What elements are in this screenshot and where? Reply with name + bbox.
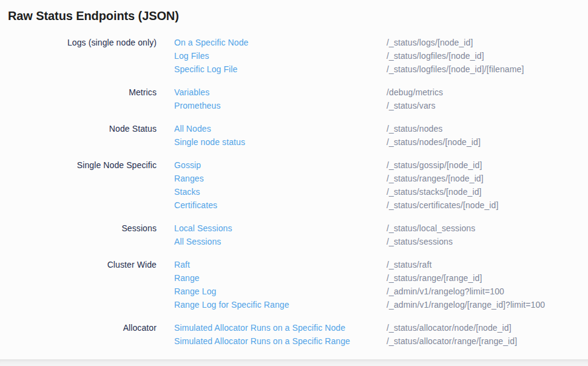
- endpoint-link[interactable]: Gossip: [174, 158, 387, 172]
- endpoint-link[interactable]: Certificates: [174, 198, 387, 212]
- group-rows: Variables /debug/metrics Prometheus /_st…: [174, 86, 588, 112]
- endpoint-row: Local Sessions /_status/local_sessions: [174, 222, 588, 235]
- endpoint-row: Specific Log File /_status/logfiles/[nod…: [174, 63, 588, 76]
- endpoint-link[interactable]: Range: [174, 271, 387, 285]
- category-label: Node Status: [0, 122, 157, 149]
- category-label: Allocator: [0, 321, 157, 348]
- endpoint-group: Single Node Specific Gossip /_status/gos…: [0, 158, 588, 212]
- group-rows: All Nodes /_status/nodes Single node sta…: [174, 122, 588, 149]
- page-title: Raw Status Endpoints (JSON): [8, 7, 588, 24]
- endpoint-row: Simulated Allocator Runs on a Specific R…: [174, 334, 588, 348]
- endpoint-row: Variables /debug/metrics: [174, 86, 588, 99]
- endpoint-link[interactable]: Local Sessions: [174, 222, 387, 235]
- endpoint-row: Simulated Allocator Runs on a Specific N…: [174, 321, 588, 334]
- footer-strip: [0, 359, 588, 366]
- endpoint-path: /_status/range/[range_id]: [387, 271, 482, 285]
- endpoint-path: /debug/metrics: [387, 86, 443, 99]
- endpoint-group: Allocator Simulated Allocator Runs on a …: [0, 321, 588, 348]
- category-label: Sessions: [0, 222, 157, 248]
- endpoint-row: All Nodes /_status/nodes: [174, 122, 588, 135]
- endpoint-link[interactable]: Prometheus: [174, 99, 387, 112]
- endpoint-group: Cluster Wide Raft /_status/raft Range /_…: [0, 258, 588, 311]
- category-label: Metrics: [0, 86, 157, 112]
- endpoint-link[interactable]: Simulated Allocator Runs on a Specific N…: [174, 321, 387, 334]
- endpoint-path: /_status/gossip/[node_id]: [387, 158, 482, 172]
- endpoint-row: Log Files /_status/logfiles/[node_id]: [174, 49, 588, 63]
- endpoint-path: /_status/logs/[node_id]: [387, 36, 473, 49]
- endpoint-path: /_admin/v1/rangelog/[range_id]?limit=100: [387, 298, 545, 311]
- endpoint-path: /_status/local_sessions: [387, 222, 475, 235]
- endpoint-path: /_status/allocator/range/[range_id]: [387, 334, 517, 348]
- endpoint-link[interactable]: Simulated Allocator Runs on a Specific R…: [174, 334, 387, 348]
- group-rows: On a Specific Node /_status/logs/[node_i…: [174, 36, 588, 76]
- group-rows: Local Sessions /_status/local_sessions A…: [174, 222, 588, 248]
- raw-status-endpoints-page: Raw Status Endpoints (JSON) Logs (single…: [0, 7, 588, 366]
- endpoint-groups: Logs (single node only) On a Specific No…: [0, 36, 588, 348]
- endpoint-link[interactable]: On a Specific Node: [174, 36, 387, 49]
- endpoint-group: Node Status All Nodes /_status/nodes Sin…: [0, 122, 588, 149]
- endpoint-path: /_status/nodes/[node_id]: [387, 135, 481, 149]
- endpoint-path: /_status/raft: [387, 258, 431, 271]
- endpoint-row: All Sessions /_status/sessions: [174, 235, 588, 248]
- endpoint-link[interactable]: Raft: [174, 258, 387, 271]
- endpoint-row: Certificates /_status/certificates/[node…: [174, 198, 588, 212]
- category-label: Logs (single node only): [0, 36, 157, 76]
- endpoint-group: Sessions Local Sessions /_status/local_s…: [0, 222, 588, 248]
- endpoint-link[interactable]: Stacks: [174, 185, 387, 198]
- endpoint-link[interactable]: Log Files: [174, 49, 387, 63]
- endpoint-link[interactable]: All Nodes: [174, 122, 387, 135]
- endpoint-path: /_status/sessions: [387, 235, 453, 248]
- endpoint-path: /_status/logfiles/[node_id]/[filename]: [387, 63, 524, 76]
- endpoint-row: Gossip /_status/gossip/[node_id]: [174, 158, 588, 172]
- endpoint-link[interactable]: Specific Log File: [174, 63, 387, 76]
- group-rows: Simulated Allocator Runs on a Specific N…: [174, 321, 588, 348]
- category-label: Single Node Specific: [0, 158, 157, 212]
- endpoint-row: On a Specific Node /_status/logs/[node_i…: [174, 36, 588, 49]
- endpoint-row: Prometheus /_status/vars: [174, 99, 588, 112]
- endpoint-path: /_status/logfiles/[node_id]: [387, 49, 484, 63]
- endpoint-link[interactable]: Variables: [174, 86, 387, 99]
- category-label: Cluster Wide: [0, 258, 157, 311]
- endpoint-group: Logs (single node only) On a Specific No…: [0, 36, 588, 76]
- endpoint-link[interactable]: Range Log for Specific Range: [174, 298, 387, 311]
- endpoint-row: Single node status /_status/nodes/[node_…: [174, 135, 588, 149]
- endpoint-row: Raft /_status/raft: [174, 258, 588, 271]
- endpoint-group: Metrics Variables /debug/metrics Prometh…: [0, 86, 588, 112]
- endpoint-path: /_status/vars: [387, 99, 436, 112]
- endpoint-path: /_status/certificates/[node_id]: [387, 198, 498, 212]
- endpoint-link[interactable]: Range Log: [174, 285, 387, 298]
- endpoint-path: /_admin/v1/rangelog?limit=100: [387, 285, 504, 298]
- group-rows: Gossip /_status/gossip/[node_id] Ranges …: [174, 158, 588, 212]
- endpoint-row: Range Log /_admin/v1/rangelog?limit=100: [174, 285, 588, 298]
- group-rows: Raft /_status/raft Range /_status/range/…: [174, 258, 588, 311]
- endpoint-row: Ranges /_status/ranges/[node_id]: [174, 172, 588, 185]
- endpoint-path: /_status/allocator/node/[node_id]: [387, 321, 512, 334]
- endpoint-row: Range Log for Specific Range /_admin/v1/…: [174, 298, 588, 311]
- endpoint-path: /_status/stacks/[node_id]: [387, 185, 482, 198]
- endpoint-link[interactable]: Ranges: [174, 172, 387, 185]
- endpoint-link[interactable]: Single node status: [174, 135, 387, 149]
- endpoint-path: /_status/nodes: [387, 122, 442, 135]
- endpoint-row: Stacks /_status/stacks/[node_id]: [174, 185, 588, 198]
- endpoint-link[interactable]: All Sessions: [174, 235, 387, 248]
- endpoint-row: Range /_status/range/[range_id]: [174, 271, 588, 285]
- endpoint-path: /_status/ranges/[node_id]: [387, 172, 484, 185]
